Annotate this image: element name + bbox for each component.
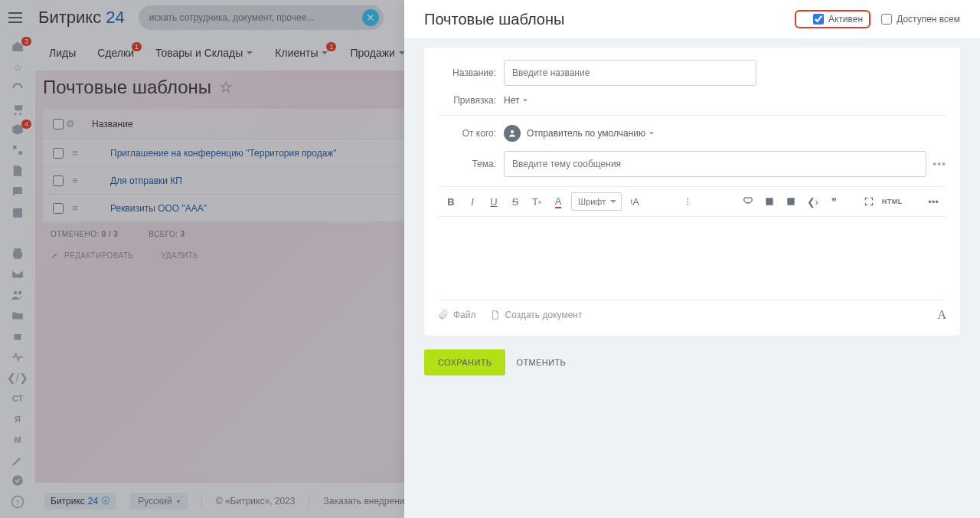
search-close-icon[interactable]: ✕ <box>362 9 379 26</box>
row-checkbox[interactable] <box>53 148 64 159</box>
rail-letter-ya[interactable]: Я <box>8 411 27 426</box>
font-size-button[interactable]: tA <box>625 192 645 211</box>
row-menu-icon[interactable]: ≡ <box>66 147 84 159</box>
search-input[interactable] <box>149 12 362 23</box>
attach-file[interactable]: Файл <box>438 310 476 320</box>
tab-inventory[interactable]: Товары и Склады <box>155 47 253 59</box>
rail-doc-icon[interactable] <box>8 164 27 179</box>
active-checkbox[interactable] <box>813 14 824 25</box>
quote-button[interactable]: ❞ <box>824 192 844 211</box>
rail-list-icon[interactable] <box>8 226 27 241</box>
row-link[interactable]: Реквизиты ООО "ААА" <box>110 203 207 214</box>
row-checkbox[interactable] <box>53 175 64 186</box>
paperclip-icon <box>438 310 449 320</box>
tab-sales[interactable]: Продажи <box>350 47 405 59</box>
strike-button[interactable]: S <box>505 192 525 211</box>
panel-buttons: СОХРАНИТЬ ОТМЕНИТЬ <box>404 345 980 380</box>
row-checkbox[interactable] <box>53 203 64 214</box>
underline-button[interactable]: U <box>484 192 504 211</box>
rail-print-icon[interactable] <box>8 247 27 261</box>
rail-folder-icon[interactable] <box>8 308 27 323</box>
rail-bot-icon[interactable] <box>8 329 27 343</box>
left-rail: 3 ☆ 4 ❮/❯ СТ Я М ? <box>0 35 35 518</box>
typography-toggle[interactable]: A <box>937 308 946 322</box>
editor-body[interactable] <box>438 217 946 300</box>
highlight-box: Активен <box>795 10 871 28</box>
rail-calendar-icon[interactable] <box>8 205 27 220</box>
tab-clients[interactable]: Клиенты1 <box>275 47 328 59</box>
rail-pulse-icon[interactable] <box>8 349 27 364</box>
edit-action[interactable]: РЕДАКТИРОВАТЬ <box>51 251 133 260</box>
more-icon[interactable]: ••• <box>933 158 946 170</box>
slide-panel: Почтовые шаблоны Активен Доступен всем Н… <box>404 0 980 518</box>
label-binding: Привязка: <box>438 95 496 106</box>
row-menu-icon[interactable]: ≡ <box>66 202 84 214</box>
star-outline-icon[interactable] <box>219 80 233 94</box>
panel-header: Почтовые шаблоны Активен Доступен всем <box>404 0 980 38</box>
align-button[interactable] <box>703 192 723 211</box>
fullscreen-button[interactable] <box>859 192 879 211</box>
rail-users-icon[interactable] <box>8 287 27 302</box>
chevron-down-icon <box>522 97 528 103</box>
rail-chat-icon[interactable] <box>8 185 27 199</box>
italic-button[interactable]: I <box>462 192 482 211</box>
svg-point-5 <box>688 204 689 205</box>
row-link[interactable]: Приглашение на конференцию "Территория п… <box>110 148 337 159</box>
rail-box-icon[interactable]: 4 <box>8 123 27 137</box>
order-implementation-link[interactable]: Заказать внедрение <box>323 496 410 507</box>
cancel-button[interactable]: ОТМЕНИТЬ <box>516 358 566 367</box>
public-checkbox-wrap[interactable]: Доступен всем <box>881 14 960 25</box>
copyright: © «Битрикс», 2023 <box>216 496 296 507</box>
binding-dropdown[interactable]: Нет <box>504 95 528 106</box>
link-button[interactable] <box>738 192 758 211</box>
public-checkbox[interactable] <box>881 14 892 25</box>
gear-icon[interactable]: ⚙ <box>66 118 84 130</box>
font-select[interactable]: Шрифт <box>571 192 622 211</box>
save-button[interactable]: СОХРАНИТЬ <box>424 349 505 375</box>
logo: Битрикс 24 <box>38 8 125 28</box>
subject-input[interactable] <box>504 151 926 177</box>
column-name[interactable]: Название <box>92 119 133 130</box>
rail-mail-icon[interactable] <box>8 267 27 281</box>
table-button[interactable] <box>781 192 801 211</box>
html-button[interactable]: HTML <box>882 192 902 211</box>
ul-button[interactable] <box>681 192 701 211</box>
rail-letter-ct[interactable]: СТ <box>8 391 27 405</box>
bold-button[interactable]: B <box>441 192 461 211</box>
name-input[interactable] <box>504 60 756 86</box>
rail-letter-m[interactable]: М <box>8 432 27 447</box>
row-link[interactable]: Для отправки КП <box>110 175 182 186</box>
chevron-down-icon <box>648 130 655 136</box>
rail-speed-icon[interactable] <box>8 81 27 96</box>
image-button[interactable] <box>760 192 779 211</box>
rail-star-icon[interactable]: ☆ <box>8 61 27 75</box>
code-button[interactable]: ❮› <box>802 192 822 211</box>
label-from: От кого: <box>438 128 496 139</box>
rail-flow-icon[interactable] <box>8 143 27 158</box>
rail-help-icon[interactable]: ? <box>8 494 27 509</box>
select-all-checkbox[interactable] <box>53 119 64 130</box>
rail-cart-icon[interactable] <box>8 102 27 116</box>
create-document[interactable]: Создать документ <box>490 310 583 320</box>
clear-format-button[interactable]: Tx <box>527 192 547 211</box>
panel-title: Почтовые шаблоны <box>424 11 795 28</box>
rail-pen-icon[interactable] <box>8 453 27 467</box>
search-box[interactable]: ✕ <box>139 5 384 30</box>
rail-home-icon[interactable]: 3 <box>8 40 27 54</box>
language-switch[interactable]: Русский▾ <box>130 493 188 510</box>
ol-button[interactable] <box>660 192 680 211</box>
tab-leads[interactable]: Лиды <box>49 47 76 59</box>
delete-action[interactable]: УДАЛИТЬ <box>147 251 198 260</box>
toolbar-more-icon[interactable]: ••• <box>923 192 943 211</box>
row-menu-icon[interactable]: ≡ <box>66 175 84 186</box>
rail-code-icon[interactable]: ❮/❯ <box>8 370 27 385</box>
label-name: Название: <box>438 67 496 78</box>
tab-deals[interactable]: Сделки1 <box>97 47 134 59</box>
active-checkbox-wrap[interactable]: Активен <box>813 14 863 25</box>
font-color-button[interactable]: A <box>548 192 568 211</box>
document-icon <box>490 310 501 320</box>
rail-check-icon[interactable] <box>8 474 27 488</box>
chevron-down-icon <box>246 49 253 57</box>
from-dropdown[interactable]: Отправитель по умолчанию <box>527 128 655 139</box>
menu-icon[interactable] <box>6 8 24 27</box>
